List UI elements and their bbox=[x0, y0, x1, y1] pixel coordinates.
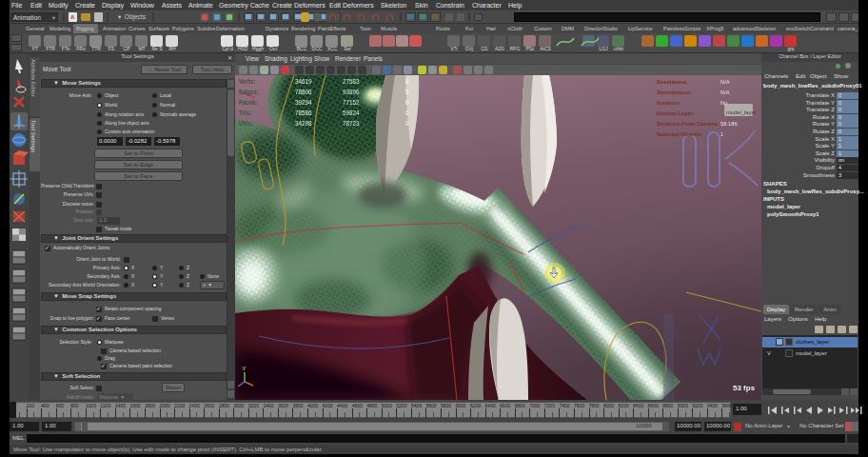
svg-text:Instance:: Instance: bbox=[657, 100, 681, 106]
svg-text:93896: 93896 bbox=[343, 89, 360, 95]
svg-text:39294: 39294 bbox=[295, 99, 312, 106]
svg-text:59824: 59824 bbox=[343, 109, 360, 116]
svg-text:27583: 27583 bbox=[343, 78, 360, 85]
svg-text:77152: 77152 bbox=[343, 99, 360, 106]
svg-text:34298: 34298 bbox=[295, 120, 312, 127]
svg-text:78806: 78806 bbox=[295, 89, 312, 95]
svg-text:Bevelavera:: Bevelavera: bbox=[657, 79, 688, 85]
svg-text:53 fps: 53 fps bbox=[733, 384, 756, 392]
svg-text:UVs:: UVs: bbox=[239, 120, 252, 127]
svg-text:78723: 78723 bbox=[343, 120, 360, 127]
svg-text:1: 1 bbox=[720, 131, 723, 137]
svg-text:34619: 34619 bbox=[295, 78, 312, 85]
svg-text:Tris:: Tris: bbox=[239, 109, 251, 116]
svg-text:N/A: N/A bbox=[720, 89, 730, 95]
svg-text:No: No bbox=[720, 100, 727, 106]
svg-text:Distance From Camera:: Distance From Camera: bbox=[657, 121, 719, 127]
svg-text:Smoothness:: Smoothness: bbox=[657, 89, 692, 95]
svg-text:0: 0 bbox=[405, 78, 409, 85]
svg-text:78586: 78586 bbox=[295, 109, 312, 116]
svg-text:0: 0 bbox=[405, 89, 409, 95]
svg-text:58.186: 58.186 bbox=[720, 121, 738, 127]
svg-text:model_layer: model_layer bbox=[726, 109, 757, 115]
svg-text:Verts:: Verts: bbox=[239, 78, 256, 85]
svg-text:Faces:: Faces: bbox=[239, 99, 258, 106]
svg-text:Edges:: Edges: bbox=[239, 89, 259, 96]
svg-text:0: 0 bbox=[405, 120, 409, 127]
svg-text:y: y bbox=[243, 365, 246, 370]
svg-text:N/A: N/A bbox=[720, 79, 730, 85]
svg-text:0: 0 bbox=[405, 109, 409, 116]
svg-text:Selected Objects:: Selected Objects: bbox=[657, 131, 703, 137]
svg-text:Display Layer:: Display Layer: bbox=[657, 110, 695, 116]
svg-text:0: 0 bbox=[405, 99, 409, 106]
